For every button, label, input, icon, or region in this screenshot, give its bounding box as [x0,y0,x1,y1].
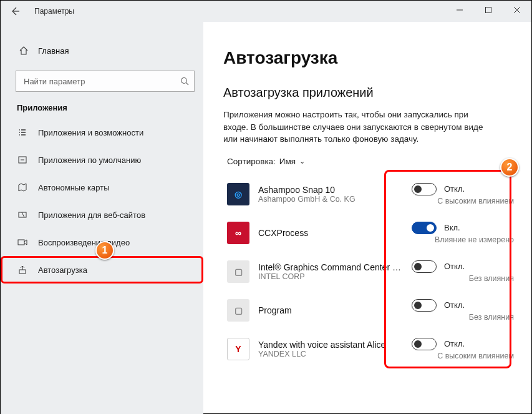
sort-control[interactable]: Сортировка: Имя ⌄ [223,157,518,166]
app-name: Ashampoo Snap 10 [258,185,402,195]
impact-label: Без влияния [412,313,514,322]
app-toggle-column: Откл.С высоким влиянием [412,183,518,205]
startup-app-row: YYandex with voice assistant AliceYANDEX… [223,330,518,368]
app-icon: Y [227,338,249,360]
sidebar-item-label: Воспроизведение видео [38,238,130,247]
maximize-button[interactable] [474,1,503,19]
app-info: Yandex with voice assistant AliceYANDEX … [258,340,412,358]
minimize-button[interactable] [445,1,474,19]
sidebar-item-default-apps[interactable]: Приложения по умолчанию [1,146,203,174]
sidebar-item-apps-websites[interactable]: Приложения для веб-сайтов [1,201,203,229]
settings-window: Параметры Главная Найти параметр [0,0,532,414]
sidebar-home[interactable]: Главная [1,39,203,62]
app-name: Program [258,305,402,315]
window-controls [445,1,531,19]
close-icon [514,7,520,13]
app-name: Yandex with voice assistant Alice [258,340,402,350]
app-toggle-column: Откл.С высоким влиянием [412,338,518,360]
list-icon [17,127,28,138]
sidebar-item-label: Приложения и возможности [38,128,143,137]
toggle-state-label: Откл. [444,300,465,310]
chevron-down-icon: ⌄ [299,157,305,165]
link-icon [17,209,28,220]
app-icon: ∞ [227,222,249,244]
impact-label: С высоким влиянием [412,352,514,360]
sidebar-item-apps-features[interactable]: Приложения и возможности [1,119,203,146]
svg-rect-5 [19,270,26,274]
sidebar-item-video-playback[interactable]: Воспроизведение видео 1 [1,229,203,256]
startup-app-row: ∞CCXProcessВкл.Влияние не измерено [223,214,518,252]
home-icon [18,45,29,56]
sidebar-item-label: Автозагрузка [38,265,87,275]
main-content: Автозагрузка Автозагрузка приложений При… [203,22,531,414]
annotation-marker-2: 2 [500,158,519,177]
svg-rect-4 [18,240,24,245]
startup-toggle[interactable] [412,183,437,195]
toggle-state-label: Откл. [444,184,465,194]
app-toggle-column: Откл.Без влияния [412,260,518,283]
sort-value: Имя [279,157,296,166]
maximize-icon [485,7,491,13]
page-title: Автозагрузка [223,48,518,68]
app-icon: ▢ [227,260,249,283]
back-button[interactable] [1,1,29,22]
window-title: Параметры [34,7,74,16]
svg-point-1 [181,78,187,84]
sidebar-item-label: Приложения для веб-сайтов [38,210,145,220]
toggle-state-label: Вкл. [444,223,460,232]
defaults-icon [17,154,28,165]
app-publisher: YANDEX LLC [258,350,412,358]
sidebar-item-label: Приложения по умолчанию [38,155,141,165]
sidebar-home-label: Главная [38,46,69,56]
app-name: CCXProcess [258,228,402,238]
video-icon [17,237,28,248]
startup-toggle[interactable] [412,222,437,234]
startup-toggle[interactable] [412,299,437,312]
toggle-state-label: Откл. [444,339,465,348]
app-info: Ashampoo Snap 10Ashampoo GmbH & Co. KG [258,185,412,204]
app-toggle-column: Вкл.Влияние не измерено [412,222,518,244]
annotation-marker-1: 1 [95,241,114,260]
startup-app-row: ▢Intel® Graphics Command Center Startup … [223,252,518,291]
startup-icon [17,264,28,275]
app-info: Intel® Graphics Command Center Startup T… [258,262,412,281]
startup-toggle[interactable] [412,338,437,350]
search-icon [180,77,189,86]
startup-app-row: ▢ProgramОткл.Без влияния [223,291,518,330]
minimize-icon [457,7,463,13]
sidebar-item-label: Автономные карты [38,183,110,192]
sort-label: Сортировка: [227,157,276,166]
app-info: CCXProcess [258,228,412,238]
svg-rect-0 [486,7,491,13]
impact-label: Влияние не измерено [412,235,514,244]
sidebar-item-offline-maps[interactable]: Автономные карты [1,174,203,201]
toggle-state-label: Откл. [444,262,465,271]
startup-toggle[interactable] [412,260,437,273]
app-icon: ▢ [227,299,249,322]
app-info: Program [258,305,412,315]
impact-label: С высоким влиянием [412,197,514,205]
app-toggle-column: Откл.Без влияния [412,299,518,322]
titlebar: Параметры [1,1,531,22]
startup-app-row: ◎Ashampoo Snap 10Ashampoo GmbH & Co. KGО… [223,175,518,214]
app-icon: ◎ [227,183,249,205]
app-publisher: Ashampoo GmbH & Co. KG [258,195,412,204]
arrow-left-icon [10,6,20,16]
impact-label: Без влияния [412,274,514,283]
search-input[interactable]: Найти параметр [16,71,195,92]
section-title: Автозагрузка приложений [223,86,518,100]
search-placeholder: Найти параметр [24,77,180,86]
map-icon [17,182,28,193]
description-text: Приложения можно настроить так, чтобы он… [223,109,491,145]
app-publisher: INTEL CORP [258,272,412,281]
close-button[interactable] [503,1,531,19]
sidebar: Главная Найти параметр Приложения Прилож… [1,22,203,414]
sidebar-category: Приложения [1,103,203,112]
app-name: Intel® Graphics Command Center Startup T… [258,262,402,272]
sidebar-item-startup[interactable]: Автозагрузка [1,256,203,283]
startup-app-list: ◎Ashampoo Snap 10Ashampoo GmbH & Co. KGО… [223,175,518,368]
